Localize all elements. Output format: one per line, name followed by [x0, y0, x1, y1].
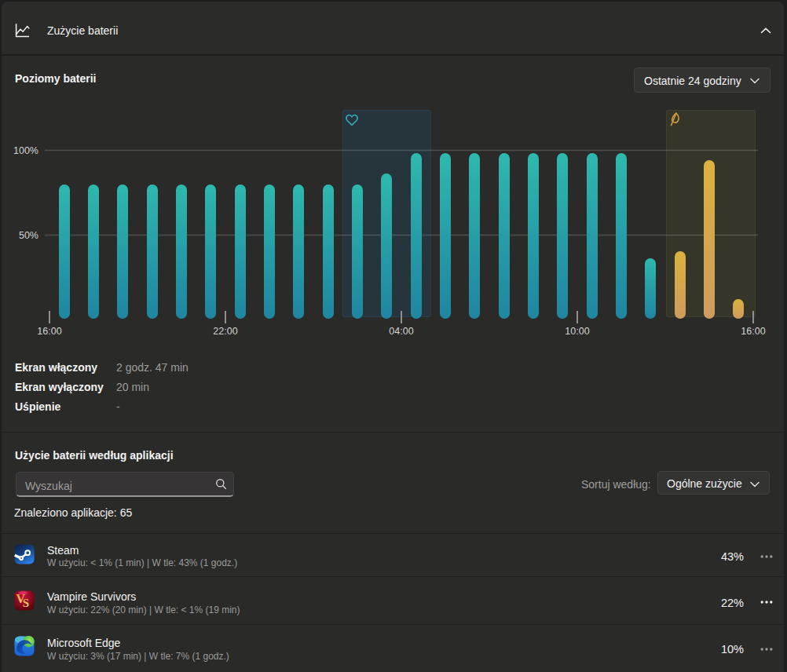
svg-text:S: S: [23, 597, 29, 609]
